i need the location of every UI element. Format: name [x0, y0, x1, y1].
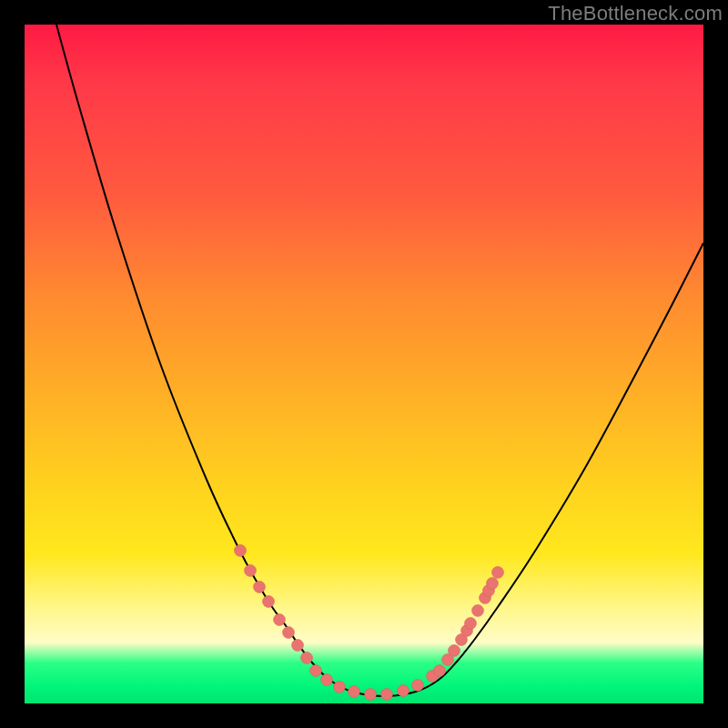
chart-svg [25, 25, 703, 703]
data-marker [349, 686, 360, 698]
data-marker [310, 665, 322, 677]
data-marker [472, 605, 484, 617]
marker-layer [235, 545, 504, 701]
data-marker [321, 674, 333, 686]
data-marker [449, 645, 460, 657]
chart-frame [25, 25, 703, 703]
data-marker [334, 682, 346, 693]
data-marker [465, 618, 477, 630]
data-marker [381, 689, 393, 701]
data-marker [254, 581, 266, 593]
data-marker [245, 565, 257, 577]
watermark-text: TheBottleneck.com [548, 2, 723, 25]
data-marker [492, 567, 504, 579]
data-marker [263, 596, 275, 608]
data-marker [301, 652, 313, 664]
data-marker [487, 578, 499, 590]
data-marker [434, 665, 446, 677]
data-marker [292, 640, 304, 652]
data-marker [235, 545, 247, 557]
data-marker [365, 689, 377, 701]
data-marker [274, 614, 286, 626]
bottleneck-curve [56, 25, 703, 696]
data-marker [412, 680, 424, 692]
curve-layer [56, 25, 703, 696]
data-marker [398, 685, 410, 697]
data-marker [283, 627, 295, 639]
